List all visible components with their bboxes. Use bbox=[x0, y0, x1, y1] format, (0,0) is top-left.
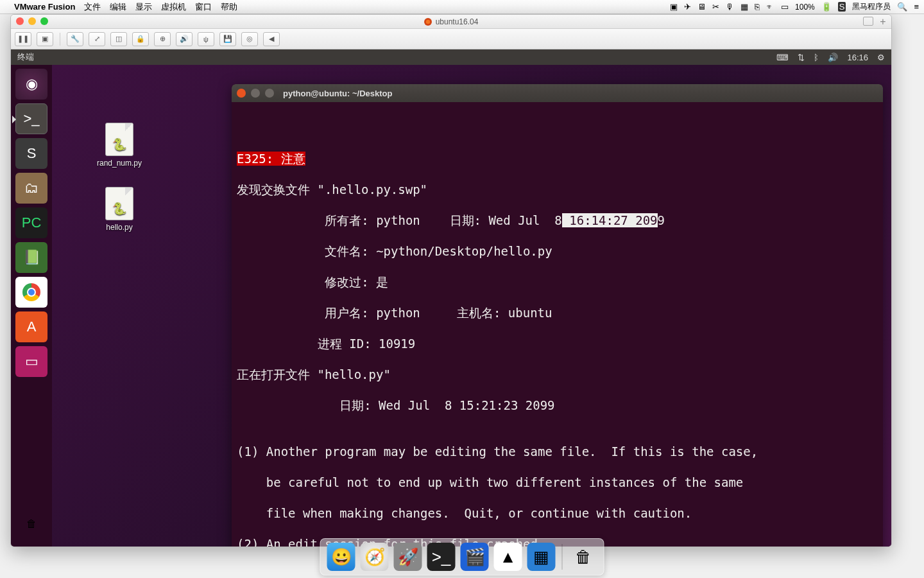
menu-extras-icon[interactable]: ≡ bbox=[914, 2, 919, 12]
menu-file[interactable]: 文件 bbox=[84, 1, 101, 13]
network-indicator-icon[interactable]: ⇅ bbox=[798, 53, 805, 62]
app-menu[interactable]: VMware Fusion bbox=[14, 2, 75, 12]
active-app-label: 终端 bbox=[17, 51, 34, 63]
launcher-trash-icon[interactable]: 🗑 bbox=[17, 509, 46, 539]
launcher-pycharm-icon[interactable]: PC bbox=[15, 207, 47, 238]
telegram-icon[interactable]: ✈ bbox=[684, 2, 691, 12]
ubuntu-top-panel: 终端 ⌨ ⇅ ᛒ 🔊 16:16 ⚙ bbox=[11, 49, 891, 65]
launcher-sublime-icon[interactable]: S bbox=[15, 138, 47, 169]
launcher-software-icon[interactable]: A bbox=[15, 311, 47, 342]
dock-finder-icon[interactable]: 😀 bbox=[327, 543, 355, 571]
mac-dock: 😀 🧭 🚀 >_ 🎬 ▲ ▦ 🗑 bbox=[320, 538, 604, 575]
input-icon[interactable]: ▦ bbox=[740, 2, 748, 12]
gear-indicator-icon[interactable]: ⚙ bbox=[877, 53, 885, 62]
terminal-close-button[interactable] bbox=[237, 89, 246, 98]
term-line: 所有者: python 日期: Wed Jul 8 16:14:27 2099 bbox=[237, 213, 878, 228]
snapshot-button[interactable]: ▣ bbox=[37, 32, 53, 46]
bluetooth-indicator-icon[interactable]: ᛒ bbox=[814, 53, 819, 62]
mac-menubar: VMware Fusion 文件 编辑 显示 虚拟机 窗口 帮助 ▣ ✈ 🖥 ✂… bbox=[0, 0, 924, 14]
display-icon[interactable]: 🖥 bbox=[697, 2, 706, 12]
term-line: 用户名: python 主机名: ubuntu bbox=[237, 305, 878, 320]
battery-icon[interactable]: 🔋 bbox=[821, 2, 832, 12]
launcher-reader-icon[interactable]: 📗 bbox=[15, 242, 47, 273]
term-line: file when making changes. Quit, or conti… bbox=[237, 505, 878, 521]
spotlight-icon[interactable]: 🔍 bbox=[897, 2, 907, 12]
ime-icon[interactable]: S bbox=[838, 2, 846, 12]
menu-view[interactable]: 显示 bbox=[135, 1, 152, 13]
menu-help[interactable]: 帮助 bbox=[221, 1, 237, 13]
mic-icon[interactable]: 🎙 bbox=[726, 2, 734, 12]
menu-vm[interactable]: 虚拟机 bbox=[161, 1, 186, 13]
clock-label[interactable]: 16:16 bbox=[847, 53, 868, 62]
fullscreen-button[interactable]: ⤢ bbox=[89, 32, 105, 46]
sound-button[interactable]: 🔊 bbox=[176, 32, 193, 46]
unity-launcher: ◉ >_ S 🗂 PC 📗 A ▭ 🗑 bbox=[11, 65, 52, 547]
add-tab-button[interactable]: + bbox=[877, 16, 889, 28]
wifi-icon[interactable]: ᯤ bbox=[766, 2, 774, 12]
term-line: 文件名: ~python/Desktop/hello.py bbox=[237, 243, 878, 259]
dock-trash-icon[interactable]: 🗑 bbox=[569, 543, 597, 571]
monitor-icon[interactable]: ▭ bbox=[781, 2, 789, 12]
expand-tab-button[interactable] bbox=[863, 17, 873, 26]
network-button[interactable]: ⊕ bbox=[154, 32, 171, 46]
cd-button[interactable]: ◎ bbox=[241, 32, 258, 46]
desktop-area[interactable]: 🐍 rand_num.py 🐍 hello.py python@ubuntu: … bbox=[52, 65, 891, 547]
desktop-file-label: hello.py bbox=[90, 223, 148, 232]
ubuntu-tab-icon bbox=[424, 18, 432, 26]
term-line: 日期: Wed Jul 8 15:21:23 2099 bbox=[237, 398, 878, 413]
launcher-terminal-icon[interactable]: >_ bbox=[15, 103, 47, 134]
dock-app-icon[interactable]: 🎬 bbox=[461, 543, 489, 571]
dock-terminal-icon[interactable]: >_ bbox=[427, 543, 456, 571]
pause-button[interactable]: ❚❚ bbox=[15, 32, 31, 46]
dock-safari-icon[interactable]: 🧭 bbox=[361, 543, 389, 571]
dock-vlc-icon[interactable]: ▲ bbox=[494, 543, 522, 571]
term-line: 进程 ID: 10919 bbox=[237, 336, 878, 351]
keyboard-indicator-icon[interactable]: ⌨ bbox=[776, 53, 789, 62]
desktop-file-hello[interactable]: 🐍 hello.py bbox=[90, 187, 148, 232]
sound-indicator-icon[interactable]: 🔊 bbox=[828, 53, 838, 62]
term-line: 正在打开文件 "hello.py" bbox=[237, 367, 878, 382]
dock-launchpad-icon[interactable]: 🚀 bbox=[394, 543, 422, 571]
vm-titlebar: ubuntu16.04 + bbox=[11, 15, 891, 29]
launcher-chrome-icon[interactable] bbox=[15, 277, 47, 308]
terminal-minimize-button[interactable] bbox=[251, 89, 260, 98]
vm-tab-title[interactable]: ubuntu16.04 bbox=[436, 17, 479, 26]
isolate-button[interactable]: 🔒 bbox=[132, 32, 149, 46]
term-line: be careful not to end up with two differ… bbox=[237, 475, 878, 490]
unity-button[interactable]: ◫ bbox=[110, 32, 127, 46]
usb-button[interactable]: ψ bbox=[198, 32, 214, 46]
dock-vmware-icon[interactable]: ▦ bbox=[527, 543, 556, 571]
ubuntu-guest-screen: 终端 ⌨ ⇅ ᛒ 🔊 16:16 ⚙ ◉ >_ S 🗂 PC 📗 A ▭ 🗑 bbox=[11, 49, 891, 547]
dash-home-icon[interactable]: ◉ bbox=[15, 69, 47, 100]
ime-label: 黑马程序员 bbox=[852, 1, 891, 12]
window-close-button[interactable] bbox=[16, 17, 24, 25]
terminal-maximize-button[interactable] bbox=[265, 89, 274, 98]
terminal-body[interactable]: E325: 注意 发现交换文件 ".hello.py.swp" 所有者: pyt… bbox=[232, 102, 883, 547]
toolbar-separator bbox=[60, 33, 60, 46]
dock-separator bbox=[562, 544, 563, 570]
scissors-icon[interactable]: ✂ bbox=[712, 2, 719, 12]
disk-button[interactable]: 💾 bbox=[219, 32, 236, 46]
vm-toolbar: ❚❚ ▣ 🔧 ⤢ ◫ 🔒 ⊕ 🔊 ψ 💾 ◎ ◀ bbox=[11, 29, 891, 49]
window-maximize-button[interactable] bbox=[40, 17, 48, 25]
window-minimize-button[interactable] bbox=[28, 17, 36, 25]
term-line: E325: 注意 bbox=[237, 151, 878, 166]
launcher-files-icon[interactable]: 🗂 bbox=[15, 173, 47, 204]
terminal-window: python@ubuntu: ~/Desktop E325: 注意 发现交换文件… bbox=[232, 84, 883, 547]
back-button[interactable]: ◀ bbox=[263, 32, 280, 46]
terminal-title: python@ubuntu: ~/Desktop bbox=[283, 89, 392, 98]
sync-icon[interactable]: ⎘ bbox=[755, 2, 760, 12]
launcher-app-icon[interactable]: ▭ bbox=[15, 346, 47, 377]
term-line: 修改过: 是 bbox=[237, 274, 878, 290]
battery-text: 100% bbox=[795, 3, 815, 12]
vmware-window: ubuntu16.04 + ❚❚ ▣ 🔧 ⤢ ◫ 🔒 ⊕ 🔊 ψ 💾 ◎ ◀ 终… bbox=[10, 14, 892, 547]
settings-button[interactable]: 🔧 bbox=[67, 32, 83, 46]
desktop-file-rand-num[interactable]: 🐍 rand_num.py bbox=[90, 123, 148, 168]
term-line: (1) Another program may be editing the s… bbox=[237, 444, 878, 459]
menu-window[interactable]: 窗口 bbox=[195, 1, 212, 13]
selected-text: 16:14:27 209 bbox=[562, 213, 658, 227]
screen-record-icon[interactable]: ▣ bbox=[670, 2, 678, 12]
terminal-titlebar[interactable]: python@ubuntu: ~/Desktop bbox=[232, 84, 883, 102]
menu-edit[interactable]: 编辑 bbox=[110, 1, 126, 13]
desktop-file-label: rand_num.py bbox=[90, 159, 148, 168]
